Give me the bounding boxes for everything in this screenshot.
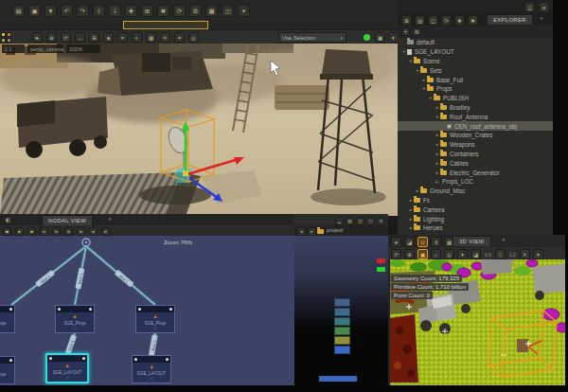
stack-node[interactable] <box>334 336 350 345</box>
tree-item-cen_roof_antenna_obj[interactable]: CEN_roof_antenna_obj <box>398 121 553 131</box>
compare-icon[interactable]: ◪ <box>404 237 415 247</box>
play-icon[interactable]: ■ <box>15 227 24 236</box>
render-mode-icon[interactable]: ▣ <box>417 249 428 259</box>
select-tool-icon[interactable]: ► <box>32 32 43 43</box>
camera-icon[interactable]: ◎ <box>444 249 454 259</box>
undo-icon[interactable]: ↶ <box>61 5 73 17</box>
value-high-icon[interactable]: 1.0 <box>508 250 517 258</box>
tree-item-weapons[interactable]: ▸Weapons <box>398 140 553 150</box>
tree-item-bradley[interactable]: ▸Bradley <box>398 103 553 113</box>
lock-icon[interactable]: ● <box>391 237 401 247</box>
tree-item-sets[interactable]: ▾Sets <box>398 65 553 75</box>
translate-tool-icon[interactable]: ⊕ <box>46 32 57 43</box>
node-stack[interactable] <box>334 298 350 355</box>
graph-node-sge_proje[interactable]: ▲SGE_Projev1 <box>55 305 95 333</box>
tree-item-heroes[interactable]: ▸Heroes <box>398 223 553 233</box>
graph-node-sge_proje[interactable]: ▲SGE_Projev1 <box>135 305 175 333</box>
filter-icon[interactable]: ▽ <box>495 249 506 259</box>
forward-icon[interactable]: ▸ <box>308 227 316 236</box>
tree-item-camera[interactable]: ▸Camera <box>398 205 553 214</box>
tab-3d-view[interactable]: 3D VIEW <box>453 236 491 246</box>
isolate-icon[interactable]: U <box>417 237 428 247</box>
node-ports[interactable] <box>56 306 94 312</box>
snap-toggle-icon[interactable]: ⊞ <box>89 32 99 43</box>
back-icon[interactable]: ◂ <box>297 227 306 236</box>
graph-node-sge_layout[interactable]: ▲SGE_LAYOUTv1 <box>132 355 171 383</box>
new-scene-icon[interactable]: ▤ <box>12 5 25 17</box>
tree-item-wooden_crates[interactable]: ▸Wooden_Crates <box>398 131 553 140</box>
bulldozer-vehicle[interactable] <box>98 51 213 96</box>
snapshot-icon[interactable]: ▣ <box>375 32 385 43</box>
node-ports[interactable] <box>47 355 87 362</box>
layout-icon[interactable]: ▤ <box>346 217 354 225</box>
fit-view-icon[interactable]: ■ <box>3 227 11 236</box>
node-add-icon[interactable]: ✦ <box>238 5 250 17</box>
home-icon[interactable]: ⌂ <box>431 249 441 259</box>
delete-icon[interactable]: ✖ <box>157 5 169 17</box>
refresh-icon[interactable]: ⟳ <box>173 5 186 17</box>
node-ports[interactable] <box>133 356 170 363</box>
camera-menu-icon[interactable]: ▾ <box>117 32 128 43</box>
close-icon[interactable]: ✕ <box>520 249 530 259</box>
options-caret-icon[interactable]: ▾ <box>533 249 543 259</box>
swatch-icon[interactable] <box>7 32 11 37</box>
refresh-icon[interactable]: ⟳ <box>441 15 452 26</box>
node-ports[interactable] <box>0 306 14 312</box>
project-content[interactable] <box>294 236 388 385</box>
stack-node[interactable] <box>334 298 350 307</box>
package-icon[interactable]: ◫ <box>222 5 234 17</box>
swatch-icon[interactable] <box>1 38 6 43</box>
move-icon[interactable]: ⊕ <box>404 249 415 259</box>
add-tab-icon[interactable]: + <box>502 237 506 243</box>
render-icon[interactable]: ▦ <box>205 5 218 17</box>
add-icon[interactable]: ✚ <box>454 15 465 26</box>
node-ports[interactable] <box>0 357 14 364</box>
pause-icon[interactable]: Ⅱ <box>431 237 441 247</box>
duplicate-icon[interactable]: ⊞ <box>141 5 153 17</box>
graph-node-sge_proje[interactable]: ▲SGE_Projev1 <box>0 356 15 384</box>
open-icon[interactable]: ▣ <box>28 5 41 17</box>
layout-icon[interactable]: ■ <box>40 227 48 236</box>
view3d-viewport[interactable]: Geometry Count: 179,325Primitive Count: … <box>390 259 566 392</box>
pivot-mode-icon[interactable]: ◈ <box>103 32 114 43</box>
tree-item-cables[interactable]: ▸Cables <box>398 158 553 168</box>
split-icon[interactable]: ◫ <box>356 217 364 225</box>
export-icon[interactable]: ⇩ <box>109 5 121 17</box>
tree-item-roof_antenna[interactable]: ▾Roof_Antenna <box>398 112 553 121</box>
fx-toggle-icon[interactable]: ✦ <box>174 32 185 43</box>
camera-caret-icon[interactable]: ▾ <box>457 249 468 259</box>
lighting-toggle-icon[interactable]: ☀ <box>160 32 170 43</box>
wireframe-toggle-icon[interactable]: ▦ <box>146 32 156 43</box>
window-split-icon[interactable]: ◫ <box>524 2 535 12</box>
tree-item-containers[interactable]: ▸Containers <box>398 150 553 159</box>
shading-mode-icon[interactable]: ◐ <box>132 32 142 43</box>
add-item-icon[interactable]: ✚ <box>125 5 137 17</box>
stop-icon[interactable]: ■ <box>27 227 36 236</box>
search-icon[interactable]: ■ <box>89 227 98 236</box>
tree-item-props_loc[interactable]: ✛Props_LOC <box>398 177 553 187</box>
tree-item-publish[interactable]: ▾PUBLISH <box>398 94 553 103</box>
value-low-icon[interactable]: 0.0 <box>484 250 492 258</box>
isolate-toggle-icon[interactable]: ◎ <box>188 32 199 43</box>
remove-icon[interactable]: ✖ <box>468 15 478 26</box>
stack-node[interactable] <box>334 346 350 354</box>
node-graph-area[interactable]: Next 1Next 1Next 1Next 1Next 1 ▲SGE_Proj… <box>0 236 294 385</box>
tree-item-electric_generator[interactable]: ▸Electric_Generator <box>398 168 553 177</box>
tree-item-base_full[interactable]: ▸Base_Full <box>398 75 553 84</box>
shading-icon[interactable]: ◪ <box>470 249 481 259</box>
import-icon[interactable]: ⇧ <box>93 5 105 17</box>
tree-item-scene[interactable]: ▾Scene <box>398 57 553 66</box>
redo-icon[interactable]: ↷ <box>77 5 89 17</box>
add-tab-icon[interactable]: + <box>540 15 543 22</box>
tree-item-default[interactable]: default <box>398 38 553 47</box>
add-tab-icon[interactable]: + <box>108 216 112 223</box>
stack-node[interactable] <box>334 317 350 326</box>
panel-dock-icon[interactable]: ◧ <box>4 216 12 224</box>
tab-nodal-view[interactable]: NODAL VIEW <box>42 215 93 225</box>
tree-item-ground_misc[interactable]: ▸Ground_Misc <box>398 187 553 196</box>
filter-icon[interactable]: ▾ <box>401 27 410 36</box>
window-menu-icon[interactable]: ≡ <box>539 2 549 12</box>
graph-node-sge_layout[interactable]: ▲SGE_LAYOUTv1 <box>45 353 89 383</box>
maximize-icon[interactable]: ▢ <box>366 217 375 225</box>
stack-node[interactable] <box>334 327 350 335</box>
